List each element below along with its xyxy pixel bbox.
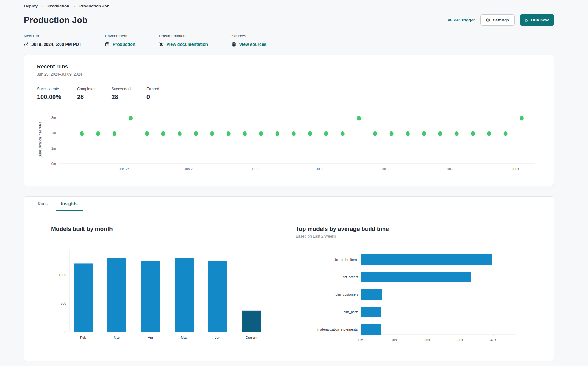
run-duration-dot [259,131,263,136]
page-header: Production Job </> API trigger ⚙ Setting… [24,14,554,26]
x-axis-category-label: Jun [215,336,221,339]
next-run-info: Next run Jul 9, 2024, 5:00 PM PDT [24,34,93,47]
axis-tick-label: 1m [51,146,56,150]
month-bar [141,261,160,332]
x-axis-category-label: May [181,336,187,339]
run-duration-dot [145,131,149,136]
code-brackets-icon: </> [447,18,452,22]
run-duration-dot [471,131,475,136]
model-name-label: materialization_incremental [317,327,358,331]
axis-tick-label: 40s [490,338,496,342]
stat-completed: Completed 28 [77,87,95,101]
build-time-bar [361,272,471,282]
models-built-by-month-chart: 05001000FebMarAprMayJunCurrent [51,246,277,347]
run-duration-dot [194,131,198,136]
breadcrumb-deploy[interactable]: Deploy [24,4,38,8]
run-duration-dot [357,116,361,121]
run-duration-dot [308,131,312,136]
documentation-label: Documentation [159,34,208,38]
next-run-label: Next run [24,34,81,38]
run-duration-dot [438,131,442,136]
view-documentation-link[interactable]: View documentation [166,42,208,47]
tab-insights[interactable]: Insights [56,197,83,211]
models-built-by-month-block: Models built by month 05001000FebMarAprM… [51,226,282,349]
settings-button[interactable]: ⚙ Settings [480,14,515,26]
models-built-by-month-title: Models built by month [51,226,282,232]
alarm-clock-icon [24,42,29,47]
view-sources-link[interactable]: View sources [239,42,266,47]
run-duration-dot [210,131,214,136]
run-duration-dot [113,131,116,136]
environment-info: Environment Production [93,34,147,47]
models-built-by-month-subtitle [51,234,282,239]
tab-header: Runs Insights [24,197,554,211]
y-axis-label: Build Duration in Minutes [38,122,42,157]
run-duration-dot [520,116,524,121]
axis-tick-label: 20s [424,338,430,342]
top-models-block: Top models by average build time Based o… [296,226,527,349]
sources-database-icon [231,42,236,47]
chevron-right-icon: › [42,4,43,8]
x-axis-category-label: Mar [114,336,120,339]
axis-tick-label: 3m [51,116,56,120]
build-time-bar [361,307,381,317]
month-bar [175,258,194,332]
axis-tick-label: 0 [65,330,66,334]
sources-info: Sources View sources [220,34,278,47]
job-info-row: Next run Jul 9, 2024, 5:00 PM PDT Enviro… [24,34,554,47]
gear-icon: ⚙ [486,18,490,22]
run-duration-dot [96,131,100,136]
axis-tick-label: Jul 1 [251,167,258,171]
run-duration-dot [243,131,247,136]
environment-database-icon [105,42,110,47]
run-duration-dot [373,131,377,136]
axis-tick-label: Jul 9 [512,167,519,171]
breadcrumb-production[interactable]: Production [47,4,69,8]
model-name-label: dim_parts [344,310,359,314]
play-icon: ▷ [526,18,528,22]
axis-tick-label: Jun 27 [119,167,129,171]
run-duration-dot [341,131,345,136]
month-bar [107,258,126,332]
page-title: Production Job [24,15,87,25]
api-trigger-link[interactable]: </> API trigger [447,18,475,22]
environment-label: Environment [105,34,135,38]
axis-tick-label: 0m [51,162,56,165]
axis-tick-label: Jul 5 [381,167,388,171]
month-bar [74,263,93,332]
run-duration-dot [129,116,133,121]
sources-label: Sources [231,34,266,38]
axis-tick-label: 2m [51,131,56,135]
environment-link[interactable]: Production [113,42,135,47]
tab-runs[interactable]: Runs [32,197,53,211]
breadcrumb-current: Production Job [79,4,109,8]
top-models-title: Top models by average build time [296,226,527,232]
run-now-button[interactable]: ▷ Run now [520,14,554,26]
run-duration-dot [504,131,508,136]
x-axis-category-label: Current [246,336,257,339]
stat-errored: Errored 0 [146,87,159,101]
axis-tick-label: 10s [391,338,397,342]
run-duration-dot [161,131,165,136]
run-duration-dot [455,131,459,136]
build-time-bar [361,289,382,300]
axis-tick-label: 0m [358,338,363,342]
recent-runs-card: Recent runs Jun 25, 2024–Jul 09, 2024 Su… [24,55,554,186]
x-axis-category-label: Apr [148,336,153,339]
run-duration-dot [422,131,426,136]
top-models-subtitle: Based on Last 2 Weeks [296,234,527,239]
run-duration-dot [178,131,182,136]
production-job-page: Deploy › Production › Production Job Pro… [0,0,588,361]
insights-content: Models built by month 05001000FebMarAprM… [24,211,554,361]
run-duration-dot [80,131,84,136]
chevron-right-icon: › [74,4,75,8]
stat-success-rate: Success rate 100.00% [37,87,61,101]
x-axis-category-label: Feb [80,336,86,339]
top-models-chart: 0m10s20s30s40sfct_order_itemsfct_ordersd… [296,246,522,347]
axis-tick-label: Jul 3 [316,167,323,171]
run-duration-dot [487,131,491,136]
stat-succeeded: Succeeded 28 [111,87,131,101]
recent-runs-stats: Success rate 100.00% Completed 28 Succee… [37,87,541,101]
run-duration-dot [406,131,410,136]
next-run-value: Jul 9, 2024, 5:00 PM PDT [31,42,81,47]
